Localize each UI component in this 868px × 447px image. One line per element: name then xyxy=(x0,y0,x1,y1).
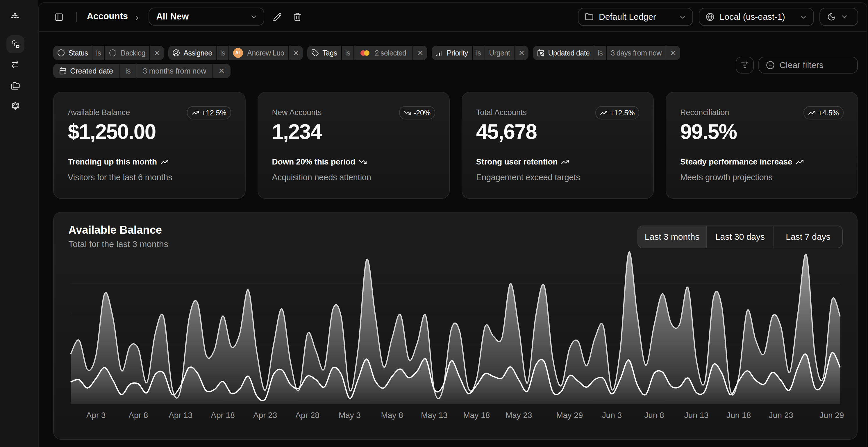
svg-text:May 8: May 8 xyxy=(381,411,403,420)
svg-text:May 29: May 29 xyxy=(556,411,583,420)
svg-text:Jun 23: Jun 23 xyxy=(769,411,793,420)
svg-text:May 13: May 13 xyxy=(421,411,448,420)
svg-text:Jun 8: Jun 8 xyxy=(644,411,664,420)
svg-text:May 23: May 23 xyxy=(505,411,532,420)
svg-text:Apr 28: Apr 28 xyxy=(296,411,319,420)
svg-text:Jun 18: Jun 18 xyxy=(726,411,751,420)
svg-text:Apr 23: Apr 23 xyxy=(253,411,277,420)
svg-text:Apr 8: Apr 8 xyxy=(129,411,148,420)
svg-text:Jun 29: Jun 29 xyxy=(820,411,844,420)
svg-text:Apr 13: Apr 13 xyxy=(168,411,192,420)
svg-text:Jun 13: Jun 13 xyxy=(684,411,709,420)
svg-text:May 3: May 3 xyxy=(339,411,361,420)
svg-text:Jun 3: Jun 3 xyxy=(602,411,622,420)
svg-text:Apr 3: Apr 3 xyxy=(86,411,106,420)
svg-text:Apr 18: Apr 18 xyxy=(211,411,235,420)
svg-text:May 18: May 18 xyxy=(463,411,490,420)
